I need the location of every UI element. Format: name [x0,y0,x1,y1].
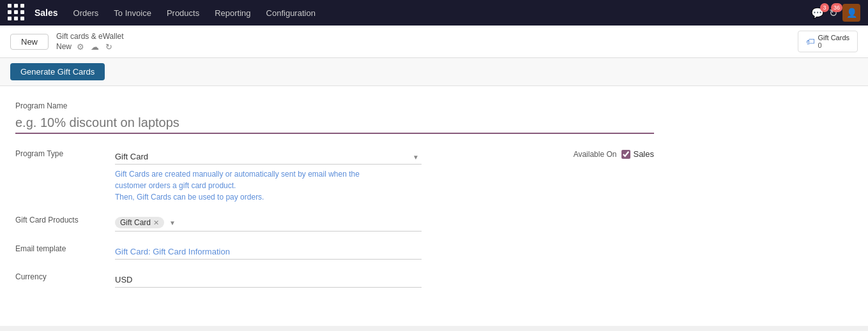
program-type-label-col: Program Type [15,149,105,161]
nav-reporting[interactable]: Reporting [207,0,258,26]
gift-cards-button[interactable]: 🏷 Gift Cards 0 [798,31,858,52]
tag-icon: 🏷 [806,36,815,47]
desc-line3: Then, Gift Cards can be used to pay orde… [115,193,264,202]
program-type-select[interactable]: Gift Card eWallet Loyalty Card Promotion… [115,149,422,165]
currency-row: Currency [15,272,654,288]
toolbar: Generate Gift Cards [0,58,868,86]
topbar-right: 💬 3 ↻ 36 👤 [811,4,860,22]
user-avatar[interactable]: 👤 [842,4,860,22]
gift-cards-label-group: Gift Cards 0 [818,34,849,49]
nav-configuration[interactable]: Configuration [259,0,323,26]
settings-icon[interactable]: ⚙ [75,42,86,52]
gift-cards-count: 0 [818,41,821,49]
email-template-input[interactable] [115,244,422,260]
gift-card-products-dropdown-icon[interactable]: ▼ [169,219,176,226]
email-template-label-col: Email template [15,244,105,256]
program-type-main-col: Gift Card eWallet Loyalty Card Promotion… [115,149,538,203]
gift-card-products-field[interactable]: Gift Card ✕ ▼ [115,216,422,232]
generate-gift-cards-button[interactable]: Generate Gift Cards [10,63,105,80]
actionbar: New Gift cards & eWallet New ⚙ ☁ ↻ 🏷 Gif… [0,26,868,58]
program-type-description: Gift Cards are created manually or autom… [115,168,422,203]
nav-to-invoice[interactable]: To Invoice [106,0,159,26]
chat-icon[interactable]: 💬 3 [811,7,824,19]
currency-label-col: Currency [15,272,105,284]
desc-line1: Gift Cards are created manually or autom… [115,170,360,179]
new-button[interactable]: New [10,34,49,50]
available-on-col: Available On Sales [574,149,654,159]
available-on-sales-checkbox[interactable] [621,150,630,159]
gift-card-tag-label: Gift Card [120,218,151,227]
gift-card-tag: Gift Card ✕ [115,217,164,228]
program-name-input[interactable] [15,113,654,134]
currency-input[interactable] [115,272,422,288]
currency-main-col [115,272,654,288]
email-template-main-col [115,244,654,260]
topbar: Sales Orders To Invoice Products Reporti… [0,0,868,26]
email-template-label: Email template [15,244,105,253]
currency-label: Currency [15,272,105,281]
program-name-section: Program Name [15,101,654,134]
gift-cards-label: Gift Cards [818,34,849,41]
breadcrumb-parent[interactable]: Gift cards & eWallet [56,32,124,41]
app-grid-icon[interactable] [8,4,26,22]
gift-card-products-label-col: Gift Card Products [15,216,105,227]
top-nav: Orders To Invoice Products Reporting Con… [66,0,809,26]
gift-card-products-row: Gift Card Products Gift Card ✕ ▼ [15,216,654,232]
desc-line2: customer orders a gift card product. [115,181,236,190]
chat-badge: 3 [820,3,829,12]
gift-card-products-label: Gift Card Products [15,216,105,224]
program-type-row: Program Type Gift Card eWallet Loyalty C… [15,149,654,203]
program-name-label: Program Name [15,101,654,110]
nav-products[interactable]: Products [159,0,207,26]
save-cloud-icon[interactable]: ☁ [89,42,100,52]
gift-card-products-main-col: Gift Card ✕ ▼ [115,216,654,232]
main-form: Program Name Program Type Gift Card eWal… [0,86,868,326]
breadcrumb-current: New [56,42,72,51]
updates-icon[interactable]: ↻ 36 [829,7,837,19]
program-type-label: Program Type [15,149,105,158]
program-type-select-wrapper: Gift Card eWallet Loyalty Card Promotion… [115,149,422,165]
updates-badge: 36 [831,3,842,12]
app-name[interactable]: Sales [34,8,58,18]
available-on-sales-text: Sales [633,149,654,159]
breadcrumb-sub: New ⚙ ☁ ↻ [56,42,124,52]
available-on-label: Available On [574,150,617,159]
gift-card-tag-remove[interactable]: ✕ [153,219,159,227]
email-template-row: Email template [15,244,654,260]
breadcrumb: Gift cards & eWallet New ⚙ ☁ ↻ [56,32,124,52]
nav-orders[interactable]: Orders [66,0,107,26]
discard-icon[interactable]: ↻ [104,42,114,52]
available-on-sales-label[interactable]: Sales [621,149,654,159]
